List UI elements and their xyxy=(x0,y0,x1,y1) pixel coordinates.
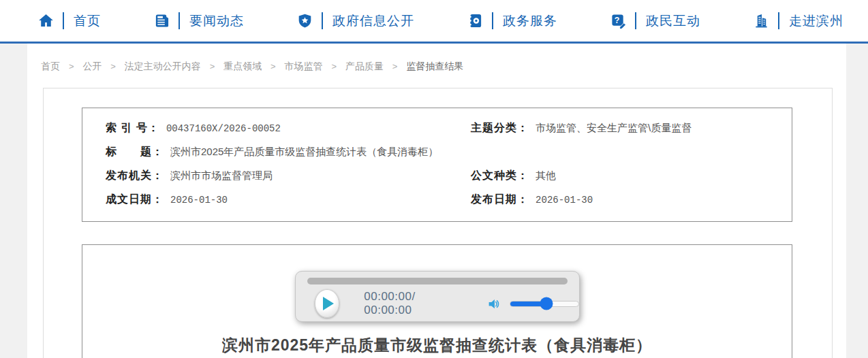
nav-item-info-disclosure[interactable]: 政府信息公开 xyxy=(296,12,414,30)
meta-row-publish-date: 发布日期： 2026-01-30 xyxy=(448,188,792,212)
nav-divider xyxy=(63,12,64,29)
nav-divider xyxy=(778,12,779,29)
nav-item-home[interactable]: 首页 xyxy=(37,12,101,30)
breadcrumb-item[interactable]: 首页 xyxy=(41,61,60,71)
meta-row-issuing-agency: 发布机关： 滨州市市场监督管理局 xyxy=(82,164,448,188)
meta-value-title: 滨州市2025年产品质量市级监督抽查统计表（食具消毒柜） xyxy=(170,145,438,159)
play-icon xyxy=(323,297,334,310)
meta-label: 发布日期： xyxy=(471,193,529,207)
nav-item-label: 政民互动 xyxy=(646,12,700,30)
shield-star-icon xyxy=(296,13,313,29)
audio-controls-row: 00:00:00/ 00:00:00 xyxy=(296,289,579,318)
nav-divider xyxy=(322,12,323,29)
meta-label: 成文日期： xyxy=(106,193,164,207)
nav-item-about-binzhou[interactable]: 走进滨州 xyxy=(753,12,843,30)
content-column: 首页 > 公开 > 法定主动公开内容 > 重点领域 > 市场监管 > 产品质量 … xyxy=(27,44,846,358)
page: 首页 要闻动态 政府信息公开 政务服务 ? xyxy=(0,0,868,358)
audio-player: 00:00:00/ 00:00:00 xyxy=(295,271,580,322)
document-container: 索 引 号： 00437160X/2026-00052 主题分类： 市场监管、安… xyxy=(43,88,833,358)
meta-row-topic-category: 主题分类： 市场监管、安全生产监管\质量监督 xyxy=(448,116,792,140)
nav-divider xyxy=(492,12,493,29)
article-title: 滨州市2025年产品质量市级监督抽查统计表（食具消毒柜） xyxy=(82,335,792,356)
meta-row-document-type: 公文种类： 其他 xyxy=(448,164,792,188)
meta-label: 索 引 号： xyxy=(106,121,159,135)
meta-value-index-number: 00437160X/2026-00052 xyxy=(166,121,281,134)
meta-value-document-type: 其他 xyxy=(536,169,556,182)
svg-text:?: ? xyxy=(615,16,620,25)
nav-divider xyxy=(179,12,180,29)
news-icon xyxy=(153,13,170,29)
play-button[interactable] xyxy=(315,289,340,318)
nav-item-label: 首页 xyxy=(74,12,101,30)
nav-item-news[interactable]: 要闻动态 xyxy=(153,12,244,30)
meta-label: 主题分类： xyxy=(471,121,529,135)
breadcrumb-item[interactable]: 市场监管 xyxy=(285,61,323,71)
nav-item-label: 政府信息公开 xyxy=(332,12,414,30)
meta-value-written-date: 2026-01-30 xyxy=(170,193,228,206)
document-meta-box: 索 引 号： 00437160X/2026-00052 主题分类： 市场监管、安… xyxy=(82,108,792,222)
breadcrumb-item[interactable]: 公开 xyxy=(82,61,102,71)
nav-divider xyxy=(635,12,636,29)
breadcrumb-item[interactable]: 法定主动公开内容 xyxy=(125,61,201,71)
audio-progress-bar[interactable] xyxy=(307,278,568,284)
nav-item-label: 政务服务 xyxy=(503,12,557,30)
nav-item-interaction[interactable]: ? 政民互动 xyxy=(610,12,700,30)
meta-label: 公文种类： xyxy=(471,169,529,183)
breadcrumb-separator: > xyxy=(210,61,215,71)
meta-label: 发布机关： xyxy=(106,169,164,183)
breadcrumb-separator: > xyxy=(270,61,276,71)
question-pencil-icon: ? xyxy=(610,13,627,29)
breadcrumb-separator: > xyxy=(69,61,74,71)
breadcrumb: 首页 > 公开 > 法定主动公开内容 > 重点领域 > 市场监管 > 产品质量 … xyxy=(27,44,846,83)
meta-label: 标 题： xyxy=(106,145,164,159)
breadcrumb-item-current: 监督抽查结果 xyxy=(406,61,463,71)
nav-item-label: 要闻动态 xyxy=(189,12,244,30)
document-meta-grid: 索 引 号： 00437160X/2026-00052 主题分类： 市场监管、安… xyxy=(82,116,792,212)
volume-thumb[interactable] xyxy=(540,297,553,310)
nav-item-label: 走进滨州 xyxy=(789,12,843,30)
breadcrumb-separator: > xyxy=(110,61,116,71)
meta-value-publish-date: 2026-01-30 xyxy=(536,193,593,206)
breadcrumb-item[interactable]: 重点领域 xyxy=(223,61,262,71)
meta-value-issuing-agency: 滨州市市场监督管理局 xyxy=(170,169,273,182)
volume-slider[interactable] xyxy=(510,301,578,307)
meta-row-written-date: 成文日期： 2026-01-30 xyxy=(82,188,448,212)
nav-item-services[interactable]: 政务服务 xyxy=(467,12,557,30)
volume-icon[interactable] xyxy=(487,297,501,311)
meta-row-index-number: 索 引 号： 00437160X/2026-00052 xyxy=(82,116,448,140)
breadcrumb-separator: > xyxy=(331,61,337,71)
breadcrumb-separator: > xyxy=(392,61,398,71)
audio-time-display: 00:00:00/ 00:00:00 xyxy=(364,290,453,317)
meta-value-topic-category: 市场监管、安全生产监管\质量监督 xyxy=(536,121,692,135)
article-body-box: 00:00:00/ 00:00:00 滨州市2025年产品质量市级监督抽查统计表… xyxy=(82,244,792,358)
meta-row-title: 标 题： 滨州市2025年产品质量市级监督抽查统计表（食具消毒柜） xyxy=(82,140,792,164)
building-icon xyxy=(753,13,770,29)
home-icon xyxy=(37,13,55,29)
top-navigation: 首页 要闻动态 政府信息公开 政务服务 ? xyxy=(0,0,868,44)
service-book-icon xyxy=(467,13,484,29)
breadcrumb-item[interactable]: 产品质量 xyxy=(345,61,384,71)
